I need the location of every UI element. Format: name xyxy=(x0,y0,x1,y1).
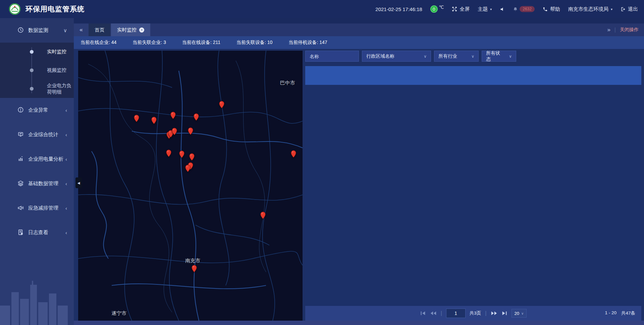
divider: | xyxy=(441,310,442,316)
city-label-0: 巴中市 xyxy=(280,79,295,86)
map-pin-10[interactable] xyxy=(179,151,184,158)
sidebar-item-2[interactable]: 企业综合统计‹ xyxy=(0,122,74,147)
tabs: 首页实时监控× xyxy=(89,23,151,36)
horn-icon xyxy=(17,205,24,212)
total-count-label: 共47条 xyxy=(621,310,635,316)
stat-label: 当前失联设备: xyxy=(236,40,267,45)
map-pin-12[interactable] xyxy=(291,150,296,158)
sidebar-subitem-1[interactable]: 视频监控 xyxy=(0,61,74,79)
sidebar-item-5[interactable]: 应急减排管理‹ xyxy=(0,196,74,220)
stat-label: 当前失联企业: xyxy=(132,40,163,45)
map-pin-15[interactable] xyxy=(260,212,266,219)
tab-1[interactable]: 实时监控× xyxy=(111,23,150,36)
table-body xyxy=(305,85,641,306)
range-label: 1 - 20 xyxy=(605,310,616,316)
help-button[interactable]: 帮助 xyxy=(543,6,560,12)
city-label-1: 南充市 xyxy=(185,258,200,264)
close-operations-button[interactable]: 关闭操作 xyxy=(620,27,639,33)
map-pin-8[interactable] xyxy=(188,127,193,135)
next-page-button[interactable] xyxy=(491,311,497,316)
notifications-button[interactable]: 2632 xyxy=(513,6,535,12)
map-pin-1[interactable] xyxy=(151,117,157,124)
first-page-button[interactable] xyxy=(420,311,426,316)
chevron-left-icon: ‹ xyxy=(65,205,67,211)
topbar-right: 2021-02-25 17:46:18 0 ℃ 全屏 主题 ▾ xyxy=(375,5,638,13)
notifications-badge: 2632 xyxy=(520,6,535,12)
sidebar-item-6[interactable]: 日志查看‹ xyxy=(0,220,74,245)
close-icon[interactable]: × xyxy=(139,28,144,33)
status-filter-value: 所有状态 xyxy=(486,50,504,62)
region-filter-select[interactable]: 行政区域名称 ∨ xyxy=(362,51,431,62)
sidebar-subitem-2[interactable]: 企业电力负荷明细 xyxy=(0,79,74,98)
tab-0[interactable]: 首页 xyxy=(89,23,110,36)
panel-collapse-button[interactable]: ◀ xyxy=(75,177,82,188)
help-label: 帮助 xyxy=(550,6,560,12)
chevron-down-icon: ▾ xyxy=(490,7,492,11)
theme-button[interactable]: 主题 ▾ xyxy=(478,6,492,12)
divider: | xyxy=(485,310,486,316)
sidebar-item-3[interactable]: 企业用电量分析‹ xyxy=(0,147,74,171)
fullscreen-button[interactable]: 全屏 xyxy=(452,6,470,12)
brand: 环保用电监管系统 xyxy=(9,3,85,15)
fullscreen-icon xyxy=(452,6,457,12)
prev-page-button[interactable] xyxy=(430,311,437,316)
sidebar-item-label: 企业综合统计 xyxy=(28,131,58,138)
mute-button[interactable] xyxy=(500,7,505,12)
name-filter-input[interactable] xyxy=(305,51,359,62)
sidebar-item-4[interactable]: 基础数据管理‹ xyxy=(0,171,74,196)
sidebar-item-label: 企业用电量分析 xyxy=(28,156,63,162)
stat-value: 10 xyxy=(267,40,273,45)
tabs-scroll-left-button[interactable]: « xyxy=(74,23,89,36)
stat-label: 当前在线企业: xyxy=(80,40,111,45)
org-label: 南充市生态环境局 xyxy=(568,6,608,12)
stat-label: 当前停机设备: xyxy=(288,40,319,45)
city-label-2: 遂宁市 xyxy=(111,310,126,317)
sidebar-subitem-0[interactable]: 实时监控 xyxy=(0,43,74,61)
chevron-down-icon: ∨ xyxy=(521,312,524,315)
industry-filter-select[interactable]: 所有行业 ∨ xyxy=(434,51,479,62)
map-pin-4[interactable] xyxy=(219,101,224,108)
stat-item-1: 当前失联企业: 3 xyxy=(132,40,166,46)
map-panel[interactable]: 巴中市南充市遂宁市 ◀ xyxy=(78,51,303,321)
map-pin-11[interactable] xyxy=(189,153,195,161)
logout-button[interactable]: 退出 xyxy=(621,6,638,12)
sidebar-item-label: 数据监测 xyxy=(28,27,48,34)
chevron-down-icon: ∨ xyxy=(471,54,474,59)
map-pin-7[interactable] xyxy=(172,128,177,135)
chevron-left-icon: ‹ xyxy=(65,156,67,162)
map-pin-9[interactable] xyxy=(166,150,171,157)
tabs-scroll-right-button[interactable]: » xyxy=(607,26,610,33)
stats-bar: 当前在线企业: 44当前失联企业: 3当前在线设备: 211当前失联设备: 10… xyxy=(74,36,644,49)
gauge-icon xyxy=(17,27,24,34)
page-size-value: 20 xyxy=(515,311,519,316)
app-title: 环保用电监管系统 xyxy=(25,4,85,14)
status-filter-select[interactable]: 所有状态 ∨ xyxy=(482,51,516,62)
org-dropdown[interactable]: 南充市生态环境局 ▾ xyxy=(568,6,612,12)
map-pin-0[interactable] xyxy=(134,115,139,122)
tab-row: « 首页实时监控× » | 关闭操作 xyxy=(74,23,644,36)
tabstrip: « 首页实时监控× » | 关闭操作 xyxy=(74,18,644,36)
sidebar-item-0[interactable]: 数据监测∨ xyxy=(0,18,74,43)
chevron-down-icon: ∨ xyxy=(63,28,67,34)
page-number-input[interactable] xyxy=(446,309,466,318)
map-pin-16[interactable] xyxy=(192,265,197,272)
map-pin-14[interactable] xyxy=(185,165,191,172)
log-icon xyxy=(17,229,24,236)
page-size-select[interactable]: 20 ∨ xyxy=(512,309,527,318)
industry-filter-value: 所有行业 xyxy=(438,53,457,59)
last-page-button[interactable] xyxy=(501,311,507,316)
stat-value: 147 xyxy=(319,40,327,45)
stat-value: 44 xyxy=(111,40,117,45)
main: 数据监测∨实时监控视频监控企业电力负荷明细企业异常‹企业综合统计‹企业用电量分析… xyxy=(0,18,644,325)
stat-item-4: 当前停机设备: 147 xyxy=(288,40,327,46)
map-pin-2[interactable] xyxy=(170,112,176,119)
bell-icon xyxy=(513,7,518,12)
sidebar-item-1[interactable]: 企业异常‹ xyxy=(0,98,74,122)
sidebar-item-label: 应急减排管理 xyxy=(28,205,58,211)
phone-icon xyxy=(543,7,548,12)
chevron-down-icon: ∨ xyxy=(424,54,427,59)
temperature-value: 0 xyxy=(430,5,438,13)
stat-item-3: 当前失联设备: 10 xyxy=(236,40,272,46)
map-pin-3[interactable] xyxy=(194,113,199,121)
stats-icon xyxy=(17,131,24,139)
